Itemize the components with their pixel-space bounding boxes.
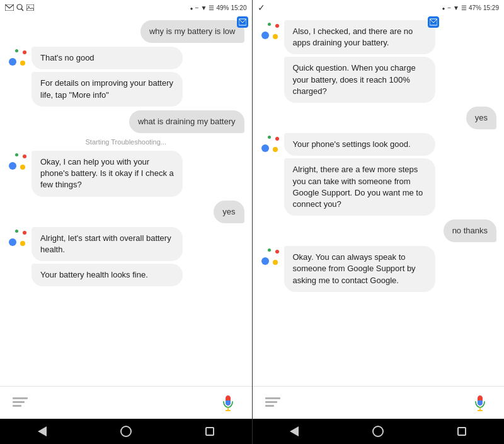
bot-msg: Your battery health looks fine. (32, 264, 183, 286)
assistant-avatar (260, 133, 280, 153)
mic-svg (219, 394, 237, 412)
msg-row: what is draining my battery (8, 110, 244, 133)
home-icon (120, 426, 132, 437)
keyboard-icon[interactable] (13, 397, 28, 409)
status-right-icons-right: ⬥ − ▼ ☰ 47% 15:29 (378, 4, 499, 11)
msg-text: Your battery health looks fine. (40, 270, 148, 279)
assistant-avatar (8, 227, 28, 247)
user-msg-1: why is my battery is low (140, 20, 244, 43)
recents-icon-r (457, 427, 466, 436)
home-button-r[interactable] (372, 425, 384, 438)
msg-text: Okay. You can always speak to someone fr… (293, 252, 416, 284)
msg-text: Your phone's settings look good. (293, 139, 411, 149)
assistant-avatar (260, 20, 280, 40)
bot-msg: Also, I checked, and there are no apps d… (284, 20, 435, 54)
msg-row: Also, I checked, and there are no apps d… (260, 20, 497, 103)
user-msg: yes (214, 201, 244, 223)
msg-row: no thanks (260, 219, 497, 242)
chat-area-left: why is my battery is low T (0, 15, 252, 386)
assistant-avatar (8, 47, 28, 67)
status-left-right: ✓ (258, 3, 379, 13)
back-icon (38, 426, 47, 436)
msg-text: yes (222, 207, 235, 216)
msg-row: That's no good For details on improving … (8, 47, 244, 107)
home-button[interactable] (120, 425, 132, 438)
msg-text: what is draining my battery (138, 117, 236, 126)
msg-text: Alright, let's start with overall batter… (40, 233, 171, 254)
nav-bar-left (0, 419, 252, 444)
msg-text: Quick question. When you charge your bat… (293, 63, 416, 95)
msg-row: Your phone's settings look good. Alright… (260, 133, 497, 216)
left-screen: ⬥ − ▼ ☰ 49% 15:20 why is my battery is l… (0, 0, 252, 444)
back-button[interactable] (36, 425, 49, 438)
mic-button-r[interactable] (469, 392, 491, 414)
back-icon-r (290, 426, 299, 436)
battery-pct-right: 47% (469, 4, 481, 11)
svg-point-4 (28, 6, 30, 8)
msg-row: Okay. You can always speak to someone fr… (260, 246, 497, 292)
recents-button[interactable] (203, 425, 216, 438)
msg-row: Okay, I can help you with your phone's b… (8, 151, 244, 197)
keyboard-icon-r[interactable] (265, 397, 280, 409)
search-icon (16, 4, 24, 11)
battery-pct-left: 49% (216, 4, 229, 11)
mic-button[interactable] (217, 392, 239, 414)
svg-line-2 (21, 9, 23, 11)
msg-text: why is my battery is low (149, 26, 236, 36)
sim-icon: ☰ (209, 4, 214, 11)
svg-rect-3 (26, 4, 34, 11)
msg-row: why is my battery is low (8, 20, 244, 43)
status-left-icons (5, 4, 126, 11)
bot-msg: That's no good (32, 47, 183, 69)
signal-icon-r: ▼ (453, 4, 459, 11)
system-msg-text: Starting Troubleshooting... (86, 138, 166, 146)
bot-msg: Alright, let's start with overall batter… (32, 227, 183, 261)
user-msg-no-thanks: no thanks (444, 219, 496, 242)
bluetooth-icon-r: ⬥ (442, 4, 445, 11)
msg-text: That's no good (40, 53, 94, 62)
email-badge-icon-r (430, 18, 437, 26)
email-badge-r (428, 16, 439, 28)
sim-icon-r: ☰ (461, 4, 467, 11)
bot-msg: Okay. You can always speak to someone fr… (284, 246, 435, 292)
nav-bar-right (253, 419, 505, 444)
user-msg: what is draining my battery (129, 110, 244, 133)
email-badge-icon (239, 18, 246, 26)
bluetooth-icon: ⬥ (190, 4, 193, 11)
bot-msg: Alright, there are a few more steps you … (284, 158, 435, 216)
mic-svg-r (471, 394, 489, 412)
assistant-avatar (260, 246, 280, 266)
bot-msg: Your phone's settings look good. (284, 133, 435, 156)
msg-row: Alright, let's start with overall batter… (8, 227, 244, 287)
signal-icon: ▼ (201, 4, 207, 11)
msg-row: yes (260, 107, 497, 129)
recents-icon (205, 427, 214, 436)
back-button-r[interactable] (288, 425, 301, 438)
chat-area-right: Also, I checked, and there are no apps d… (253, 15, 505, 386)
time-left: 15:20 (231, 4, 246, 11)
minus-icon-r: − (447, 4, 451, 11)
msg-text: yes (475, 113, 488, 122)
mail-icon (5, 4, 14, 11)
user-msg: yes (466, 107, 496, 129)
svg-point-1 (17, 4, 22, 9)
msg-text: Okay, I can help you with your phone's b… (40, 157, 174, 189)
minus-icon: − (195, 4, 199, 11)
recents-button-r[interactable] (455, 425, 468, 438)
input-bar-left (0, 386, 252, 419)
status-right-icons: ⬥ − ▼ ☰ 49% 15:20 (126, 4, 247, 11)
status-bar-left: ⬥ − ▼ ☰ 49% 15:20 (0, 0, 252, 15)
msg-text: Alright, there are a few more steps you … (293, 165, 423, 209)
msg-row: yes (8, 201, 244, 223)
time-right: 15:29 (483, 4, 499, 11)
msg-text: no thanks (452, 226, 488, 235)
msg-text: Also, I checked, and there are no apps d… (293, 26, 413, 47)
home-icon-r (372, 426, 384, 437)
bot-msg: Quick question. When you charge your bat… (284, 57, 435, 103)
email-badge (237, 16, 248, 28)
system-msg: Starting Troubleshooting... (8, 137, 244, 147)
right-screen: ✓ ⬥ − ▼ ☰ 47% 15:29 Also, I checked, an (252, 0, 505, 444)
input-bar-right (253, 386, 505, 419)
assistant-avatar (8, 151, 28, 171)
image-icon (26, 4, 34, 11)
